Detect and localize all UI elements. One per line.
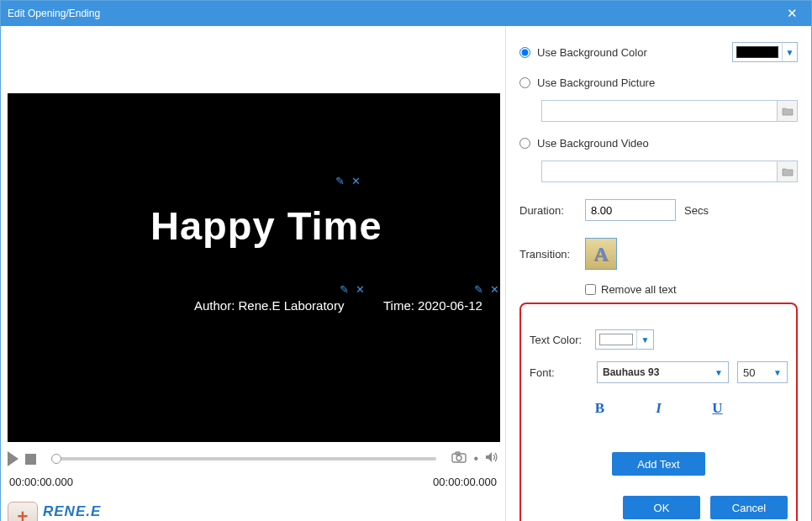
stop-button[interactable] xyxy=(25,454,36,465)
remove-text-label: Remove all text xyxy=(601,283,677,296)
volume-icon[interactable] xyxy=(485,450,498,467)
remove-text-checkbox[interactable] xyxy=(585,284,596,295)
font-size-value: 50 xyxy=(743,366,755,379)
bg-color-label: Use Background Color xyxy=(537,46,647,59)
italic-button[interactable]: I xyxy=(646,398,672,418)
preview-title-text[interactable]: Happy Time xyxy=(150,203,382,249)
text-controls-time: ✎ ✕ xyxy=(474,283,499,296)
transition-picker[interactable]: A xyxy=(585,238,617,270)
bg-color-picker[interactable]: ▼ xyxy=(732,42,798,62)
folder-icon[interactable] xyxy=(778,161,798,182)
transition-label: Transition: xyxy=(519,248,585,260)
ok-button[interactable]: OK xyxy=(623,496,700,519)
duration-input[interactable] xyxy=(585,199,676,221)
brand-name: RENE.E xyxy=(43,503,101,520)
duration-label: Duration: xyxy=(519,204,585,217)
close-icon[interactable]: ✕ xyxy=(490,283,499,296)
bg-picture-path-input[interactable] xyxy=(541,100,778,122)
close-icon[interactable]: ✕ xyxy=(351,175,361,187)
duration-unit: Secs xyxy=(684,204,709,217)
chevron-down-icon: ▼ xyxy=(782,43,797,61)
cancel-button[interactable]: Cancel xyxy=(710,496,788,519)
text-color-label: Text Color: xyxy=(530,334,595,346)
font-label: Font: xyxy=(530,366,588,379)
titlebar: Edit Opening/Ending ✕ xyxy=(1,1,811,26)
svg-point-2 xyxy=(456,455,461,460)
progress-slider[interactable] xyxy=(51,457,436,460)
pencil-icon[interactable]: ✎ xyxy=(340,283,349,296)
chevron-down-icon: ▼ xyxy=(636,330,653,349)
time-current: 00:00:00.000 xyxy=(9,476,73,492)
bg-picture-label: Use Background Picture xyxy=(537,76,655,89)
window-title: Edit Opening/Ending xyxy=(8,8,779,19)
brand-watermark: RENE.E Laboratory xyxy=(1,496,505,521)
progress-handle[interactable] xyxy=(51,454,61,464)
add-text-button[interactable]: Add Text xyxy=(612,452,704,476)
preview-author-text[interactable]: Author: Rene.E Laboratory xyxy=(194,298,344,313)
underline-button[interactable]: U xyxy=(705,398,730,418)
text-controls-author: ✎ ✕ xyxy=(340,283,365,296)
preview-canvas[interactable]: ✎ ✕ Happy Time ✎ ✕ ✎ ✕ Author: Rene.E La… xyxy=(8,93,500,442)
bg-color-radio[interactable] xyxy=(519,47,530,58)
dot-icon: • xyxy=(473,451,478,466)
close-icon[interactable]: ✕ xyxy=(356,283,365,296)
font-size-select[interactable]: 50 ▼ xyxy=(737,361,788,383)
close-icon[interactable]: ✕ xyxy=(779,1,804,26)
bold-button[interactable]: B xyxy=(588,398,613,418)
bg-picture-radio[interactable] xyxy=(519,77,530,88)
medkit-icon xyxy=(8,502,38,521)
bg-video-label: Use Background Video xyxy=(537,137,649,150)
time-total: 00:00:00.000 xyxy=(433,476,497,492)
text-color-swatch xyxy=(599,334,633,345)
folder-icon[interactable] xyxy=(778,100,798,122)
time-bar: 00:00:00.000 00:00:00.000 xyxy=(1,476,505,496)
pencil-icon[interactable]: ✎ xyxy=(335,175,345,187)
preview-time-text[interactable]: Time: 2020-06-12 xyxy=(383,298,482,313)
chevron-down-icon: ▼ xyxy=(714,368,723,377)
text-color-picker[interactable]: ▼ xyxy=(595,329,654,350)
player-bar: • xyxy=(1,442,505,476)
text-controls-main: ✎ ✕ xyxy=(335,175,361,187)
chevron-down-icon: ▼ xyxy=(773,368,782,377)
bg-color-swatch xyxy=(736,46,778,58)
transition-a-icon: A xyxy=(593,243,608,266)
snapshot-icon[interactable] xyxy=(451,450,467,467)
play-button[interactable] xyxy=(8,451,18,466)
font-select-value: Bauhaus 93 xyxy=(603,366,659,378)
font-select[interactable]: Bauhaus 93 ▼ xyxy=(597,361,729,383)
bg-video-path-input[interactable] xyxy=(541,161,778,182)
text-settings-panel: Text Color: ▼ Font: Bauhaus 93 ▼ 50 xyxy=(519,303,798,521)
bg-video-radio[interactable] xyxy=(519,138,530,149)
pencil-icon[interactable]: ✎ xyxy=(474,283,483,296)
